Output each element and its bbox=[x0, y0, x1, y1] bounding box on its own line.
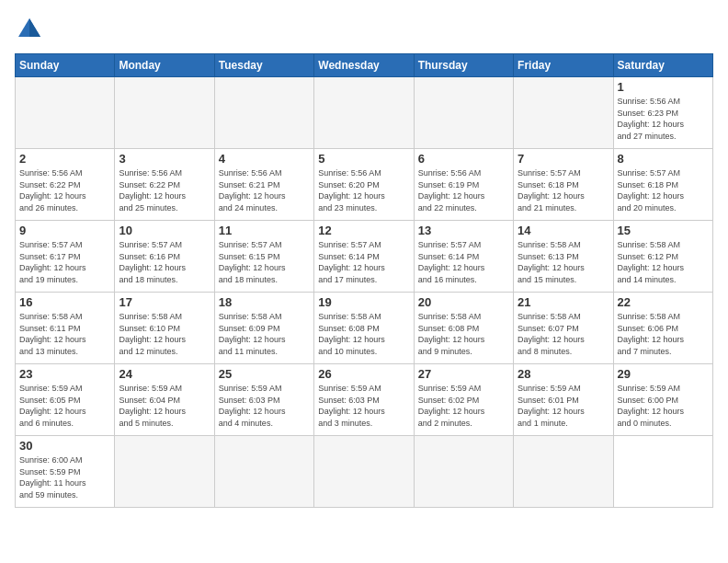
calendar-cell bbox=[214, 77, 313, 149]
day-number: 17 bbox=[119, 295, 210, 309]
day-number: 13 bbox=[418, 224, 509, 237]
day-info: Sunrise: 5:57 AM Sunset: 6:14 PM Dayligh… bbox=[318, 239, 409, 285]
calendar-row: 1Sunrise: 5:56 AM Sunset: 6:23 PM Daylig… bbox=[16, 77, 713, 149]
day-info: Sunrise: 5:56 AM Sunset: 6:22 PM Dayligh… bbox=[119, 167, 210, 213]
day-info: Sunrise: 5:59 AM Sunset: 6:03 PM Dayligh… bbox=[318, 383, 409, 429]
calendar-row: 9Sunrise: 5:57 AM Sunset: 6:17 PM Daylig… bbox=[16, 221, 713, 293]
day-info: Sunrise: 5:56 AM Sunset: 6:20 PM Dayligh… bbox=[318, 167, 409, 213]
day-info: Sunrise: 5:57 AM Sunset: 6:18 PM Dayligh… bbox=[618, 167, 709, 213]
calendar-cell: 7Sunrise: 5:57 AM Sunset: 6:18 PM Daylig… bbox=[514, 149, 613, 221]
calendar-row: 30Sunrise: 6:00 AM Sunset: 5:59 PM Dayli… bbox=[16, 436, 713, 508]
calendar-cell: 23Sunrise: 5:59 AM Sunset: 6:05 PM Dayli… bbox=[16, 364, 115, 436]
calendar-cell: 15Sunrise: 5:58 AM Sunset: 6:12 PM Dayli… bbox=[613, 221, 712, 293]
calendar-cell bbox=[414, 436, 513, 508]
day-info: Sunrise: 5:58 AM Sunset: 6:08 PM Dayligh… bbox=[418, 311, 509, 357]
day-info: Sunrise: 5:57 AM Sunset: 6:17 PM Dayligh… bbox=[19, 239, 110, 285]
day-info: Sunrise: 5:56 AM Sunset: 6:23 PM Dayligh… bbox=[618, 96, 709, 142]
day-info: Sunrise: 5:56 AM Sunset: 6:21 PM Dayligh… bbox=[219, 167, 310, 213]
day-header-friday: Friday bbox=[514, 54, 613, 77]
calendar-table: SundayMondayTuesdayWednesdayThursdayFrid… bbox=[15, 53, 713, 508]
calendar-cell bbox=[514, 436, 613, 508]
calendar-cell: 29Sunrise: 5:59 AM Sunset: 6:00 PM Dayli… bbox=[613, 364, 712, 436]
day-number: 18 bbox=[219, 295, 310, 309]
calendar-cell bbox=[314, 77, 414, 149]
day-info: Sunrise: 5:59 AM Sunset: 6:00 PM Dayligh… bbox=[618, 383, 709, 429]
day-number: 22 bbox=[618, 295, 709, 309]
day-info: Sunrise: 5:57 AM Sunset: 6:18 PM Dayligh… bbox=[518, 167, 609, 213]
day-number: 5 bbox=[318, 152, 409, 166]
day-number: 12 bbox=[318, 224, 409, 237]
calendar-cell bbox=[514, 77, 613, 149]
calendar-cell bbox=[314, 436, 414, 508]
day-number: 26 bbox=[318, 367, 409, 381]
day-info: Sunrise: 5:58 AM Sunset: 6:11 PM Dayligh… bbox=[19, 311, 110, 357]
calendar-row: 16Sunrise: 5:58 AM Sunset: 6:11 PM Dayli… bbox=[16, 293, 713, 364]
calendar-cell: 2Sunrise: 5:56 AM Sunset: 6:22 PM Daylig… bbox=[16, 149, 115, 221]
day-number: 15 bbox=[618, 224, 709, 237]
calendar-cell: 28Sunrise: 5:59 AM Sunset: 6:01 PM Dayli… bbox=[514, 364, 613, 436]
day-number: 3 bbox=[119, 152, 210, 166]
calendar-cell: 3Sunrise: 5:56 AM Sunset: 6:22 PM Daylig… bbox=[115, 149, 214, 221]
calendar-cell bbox=[16, 77, 115, 149]
day-number: 9 bbox=[19, 224, 110, 237]
day-number: 21 bbox=[518, 295, 609, 309]
day-number: 16 bbox=[19, 295, 110, 309]
day-number: 7 bbox=[518, 152, 609, 166]
day-number: 1 bbox=[618, 80, 709, 94]
calendar-cell bbox=[115, 77, 214, 149]
day-info: Sunrise: 6:00 AM Sunset: 5:59 PM Dayligh… bbox=[19, 454, 110, 500]
calendar-cell: 17Sunrise: 5:58 AM Sunset: 6:10 PM Dayli… bbox=[115, 293, 214, 364]
day-info: Sunrise: 5:59 AM Sunset: 6:05 PM Dayligh… bbox=[19, 383, 110, 429]
page: SundayMondayTuesdayWednesdayThursdayFrid… bbox=[0, 0, 728, 563]
day-info: Sunrise: 5:58 AM Sunset: 6:06 PM Dayligh… bbox=[618, 311, 709, 357]
day-info: Sunrise: 5:57 AM Sunset: 6:15 PM Dayligh… bbox=[219, 239, 310, 285]
day-number: 11 bbox=[219, 224, 310, 237]
day-number: 28 bbox=[518, 367, 609, 381]
day-number: 10 bbox=[119, 224, 210, 237]
day-header-tuesday: Tuesday bbox=[214, 54, 313, 77]
day-info: Sunrise: 5:58 AM Sunset: 6:13 PM Dayligh… bbox=[518, 239, 609, 285]
day-info: Sunrise: 5:58 AM Sunset: 6:08 PM Dayligh… bbox=[318, 311, 409, 357]
calendar-cell: 13Sunrise: 5:57 AM Sunset: 6:14 PM Dayli… bbox=[414, 221, 513, 293]
calendar-cell: 1Sunrise: 5:56 AM Sunset: 6:23 PM Daylig… bbox=[613, 77, 712, 149]
calendar-cell: 4Sunrise: 5:56 AM Sunset: 6:21 PM Daylig… bbox=[214, 149, 313, 221]
calendar-cell: 16Sunrise: 5:58 AM Sunset: 6:11 PM Dayli… bbox=[16, 293, 115, 364]
calendar-cell: 26Sunrise: 5:59 AM Sunset: 6:03 PM Dayli… bbox=[314, 364, 414, 436]
calendar-cell bbox=[613, 436, 712, 508]
day-info: Sunrise: 5:56 AM Sunset: 6:19 PM Dayligh… bbox=[418, 167, 509, 213]
day-header-saturday: Saturday bbox=[613, 54, 712, 77]
day-info: Sunrise: 5:57 AM Sunset: 6:14 PM Dayligh… bbox=[418, 239, 509, 285]
header bbox=[15, 15, 713, 44]
day-info: Sunrise: 5:59 AM Sunset: 6:02 PM Dayligh… bbox=[418, 383, 509, 429]
day-header-thursday: Thursday bbox=[414, 54, 513, 77]
day-header-sunday: Sunday bbox=[16, 54, 115, 77]
calendar-row: 23Sunrise: 5:59 AM Sunset: 6:05 PM Dayli… bbox=[16, 364, 713, 436]
day-info: Sunrise: 5:57 AM Sunset: 6:16 PM Dayligh… bbox=[119, 239, 210, 285]
calendar-cell: 8Sunrise: 5:57 AM Sunset: 6:18 PM Daylig… bbox=[613, 149, 712, 221]
calendar-cell: 11Sunrise: 5:57 AM Sunset: 6:15 PM Dayli… bbox=[214, 221, 313, 293]
calendar-cell: 24Sunrise: 5:59 AM Sunset: 6:04 PM Dayli… bbox=[115, 364, 214, 436]
calendar-cell: 21Sunrise: 5:58 AM Sunset: 6:07 PM Dayli… bbox=[514, 293, 613, 364]
calendar-cell: 18Sunrise: 5:58 AM Sunset: 6:09 PM Dayli… bbox=[214, 293, 313, 364]
day-info: Sunrise: 5:58 AM Sunset: 6:09 PM Dayligh… bbox=[219, 311, 310, 357]
calendar-cell: 27Sunrise: 5:59 AM Sunset: 6:02 PM Dayli… bbox=[414, 364, 513, 436]
day-number: 8 bbox=[618, 152, 709, 166]
day-number: 19 bbox=[318, 295, 409, 309]
day-header-monday: Monday bbox=[115, 54, 214, 77]
calendar-row: 2Sunrise: 5:56 AM Sunset: 6:22 PM Daylig… bbox=[16, 149, 713, 221]
calendar-cell: 10Sunrise: 5:57 AM Sunset: 6:16 PM Dayli… bbox=[115, 221, 214, 293]
day-info: Sunrise: 5:56 AM Sunset: 6:22 PM Dayligh… bbox=[19, 167, 110, 213]
calendar-cell: 30Sunrise: 6:00 AM Sunset: 5:59 PM Dayli… bbox=[16, 436, 115, 508]
calendar-cell: 20Sunrise: 5:58 AM Sunset: 6:08 PM Dayli… bbox=[414, 293, 513, 364]
day-header-wednesday: Wednesday bbox=[314, 54, 414, 77]
svg-marker-1 bbox=[29, 18, 40, 37]
day-info: Sunrise: 5:58 AM Sunset: 6:07 PM Dayligh… bbox=[518, 311, 609, 357]
calendar-cell: 22Sunrise: 5:58 AM Sunset: 6:06 PM Dayli… bbox=[613, 293, 712, 364]
logo-icon bbox=[15, 15, 44, 44]
day-number: 23 bbox=[19, 367, 110, 381]
calendar-cell: 25Sunrise: 5:59 AM Sunset: 6:03 PM Dayli… bbox=[214, 364, 313, 436]
day-number: 29 bbox=[618, 367, 709, 381]
day-info: Sunrise: 5:58 AM Sunset: 6:12 PM Dayligh… bbox=[618, 239, 709, 285]
calendar-cell bbox=[214, 436, 313, 508]
calendar-cell: 6Sunrise: 5:56 AM Sunset: 6:19 PM Daylig… bbox=[414, 149, 513, 221]
